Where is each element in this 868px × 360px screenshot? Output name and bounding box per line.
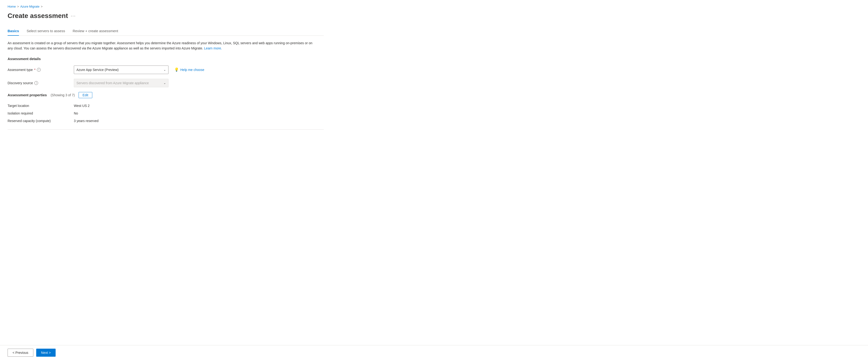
assessment-type-value: Azure App Service (Preview) [76,68,119,72]
learn-more-link[interactable]: Learn more. [204,46,222,50]
target-location-label: Target location [7,102,74,109]
description-text: An assessment is created on a group of s… [7,40,315,51]
properties-grid: Target location West US 2 Isolation requ… [7,102,324,125]
assessment-type-row: Assessment type * i Azure App Service (P… [7,66,324,74]
page-title-row: Create assessment ··· [7,12,324,20]
assessment-type-info-icon[interactable]: i [37,68,41,72]
ellipsis-menu-button[interactable]: ··· [71,13,76,19]
isolation-required-label: Isolation required [7,109,74,117]
section-divider [7,129,324,130]
edit-button[interactable]: Edit [79,92,92,98]
help-me-choose-label: Help me choose [180,68,204,72]
discovery-source-dropdown[interactable]: Servers discovered from Azure Migrate ap… [74,79,168,87]
previous-button[interactable]: < Previous [7,349,33,357]
help-me-choose-button[interactable]: 💡 Help me choose [174,67,204,72]
assessment-properties-header: Assessment properties (Showing 3 of 7) E… [7,92,324,98]
breadcrumb-azure-migrate[interactable]: Azure Migrate [20,5,39,8]
assessment-properties-title: Assessment properties [7,93,47,97]
next-button[interactable]: Next > [36,349,56,357]
showing-count: (Showing 3 of 7) [51,93,75,97]
discovery-source-value: Servers discovered from Azure Migrate ap… [76,81,149,85]
discovery-source-arrow: ⌄ [163,81,166,85]
page-title: Create assessment [7,12,68,20]
tab-review-create[interactable]: Review + create assessment [73,27,118,36]
discovery-source-controls: Servers discovered from Azure Migrate ap… [74,79,168,87]
isolation-required-value: No [74,109,324,117]
tab-select-servers[interactable]: Select servers to assess [27,27,65,36]
breadcrumb: Home > Azure Migrate > [7,5,324,8]
assessment-type-arrow: ⌄ [163,68,166,71]
target-location-value: West US 2 [74,102,324,109]
discovery-source-info-icon[interactable]: i [34,81,38,85]
assessment-properties-section: Assessment properties (Showing 3 of 7) E… [7,92,324,130]
breadcrumb-home[interactable]: Home [7,5,16,8]
discovery-source-row: Discovery source i Servers discovered fr… [7,79,324,87]
assessment-type-controls: Azure App Service (Preview) ⌄ 💡 Help me … [74,66,204,74]
required-indicator: * [34,68,35,72]
breadcrumb-sep2: > [41,5,42,8]
tab-basics[interactable]: Basics [7,27,19,36]
footer: < Previous Next > [0,345,868,360]
assessment-details-section: Assessment details Assessment type * i A… [7,57,324,87]
assessment-details-title: Assessment details [7,57,324,61]
discovery-source-label: Discovery source i [7,81,74,85]
reserved-capacity-value: 3 years reserved [74,117,324,125]
reserved-capacity-label: Reserved capacity (compute) [7,117,74,125]
breadcrumb-sep1: > [17,5,19,8]
assessment-type-label: Assessment type * i [7,68,74,72]
lightbulb-icon: 💡 [174,67,179,72]
assessment-type-dropdown[interactable]: Azure App Service (Preview) ⌄ [74,66,168,74]
tabs-container: Basics Select servers to assess Review +… [7,26,324,36]
